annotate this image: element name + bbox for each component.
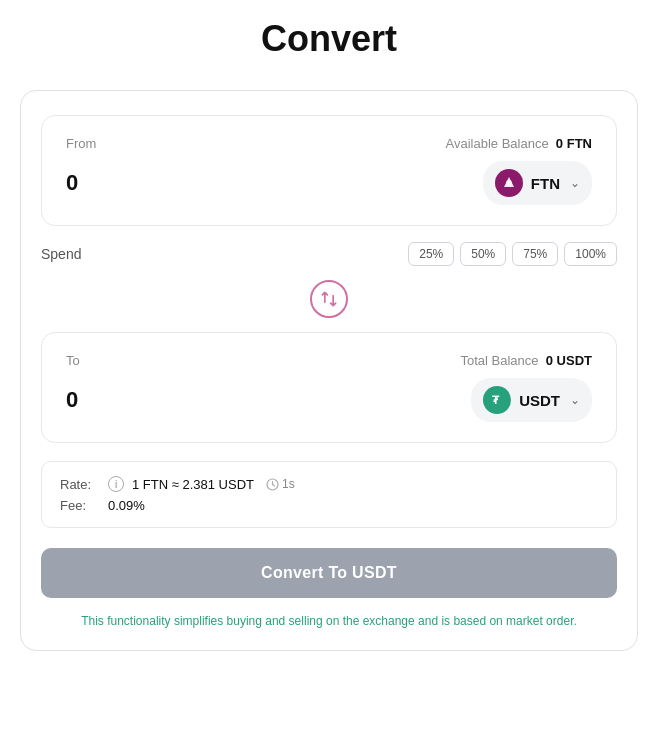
from-section: From Available Balance 0 FTN FTN [41, 115, 617, 226]
to-balance-text: Total Balance 0 USDT [460, 353, 592, 368]
percent-buttons: 25% 50% 75% 100% [408, 242, 617, 266]
percent-25-btn[interactable]: 25% [408, 242, 454, 266]
swap-button[interactable] [310, 280, 348, 318]
page-title: Convert [20, 18, 638, 60]
from-token-selector[interactable]: FTN ⌄ [483, 161, 592, 205]
from-token-name: FTN [531, 175, 560, 192]
to-balance-amount: 0 USDT [546, 353, 592, 368]
to-chevron-icon: ⌄ [570, 393, 580, 407]
rate-info-icon[interactable]: i [108, 476, 124, 492]
main-card: From Available Balance 0 FTN FTN [20, 90, 638, 651]
from-chevron-icon: ⌄ [570, 176, 580, 190]
svg-text:₮: ₮ [492, 394, 500, 406]
fee-label: Fee: [60, 498, 100, 513]
to-input-row: ₮ USDT ⌄ [66, 378, 592, 422]
from-input-row: FTN ⌄ [66, 161, 592, 205]
to-token-name: USDT [519, 392, 560, 409]
to-label-row: To Total Balance 0 USDT [66, 353, 592, 368]
spend-row: Spend 25% 50% 75% 100% [41, 242, 617, 266]
ftn-icon [495, 169, 523, 197]
from-label: From [66, 136, 96, 151]
to-section: To Total Balance 0 USDT ₮ USDT ⌄ [41, 332, 617, 443]
from-balance-amount: 0 FTN [556, 136, 592, 151]
percent-50-btn[interactable]: 50% [460, 242, 506, 266]
convert-button[interactable]: Convert To USDT [41, 548, 617, 598]
page-container: Convert From Available Balance 0 FTN [0, 0, 658, 741]
disclaimer-text: This functionality simplifies buying and… [41, 612, 617, 630]
svg-point-1 [506, 180, 512, 186]
spend-label: Spend [41, 246, 81, 262]
percent-100-btn[interactable]: 100% [564, 242, 617, 266]
swap-icon-container [41, 280, 617, 318]
fee-row: Fee: 0.09% [60, 498, 598, 513]
rate-label: Rate: [60, 477, 100, 492]
usdt-icon: ₮ [483, 386, 511, 414]
percent-75-btn[interactable]: 75% [512, 242, 558, 266]
rate-clock-badge: 1s [266, 477, 295, 491]
from-label-row: From Available Balance 0 FTN [66, 136, 592, 151]
to-label: To [66, 353, 80, 368]
from-balance-text: Available Balance 0 FTN [446, 136, 593, 151]
fee-value: 0.09% [108, 498, 145, 513]
rate-value: 1 FTN ≈ 2.381 USDT [132, 477, 254, 492]
rate-fee-box: Rate: i 1 FTN ≈ 2.381 USDT 1s Fee: 0.09% [41, 461, 617, 528]
to-token-selector[interactable]: ₮ USDT ⌄ [471, 378, 592, 422]
to-amount-input[interactable] [66, 387, 216, 413]
from-amount-input[interactable] [66, 170, 216, 196]
rate-row: Rate: i 1 FTN ≈ 2.381 USDT 1s [60, 476, 598, 492]
